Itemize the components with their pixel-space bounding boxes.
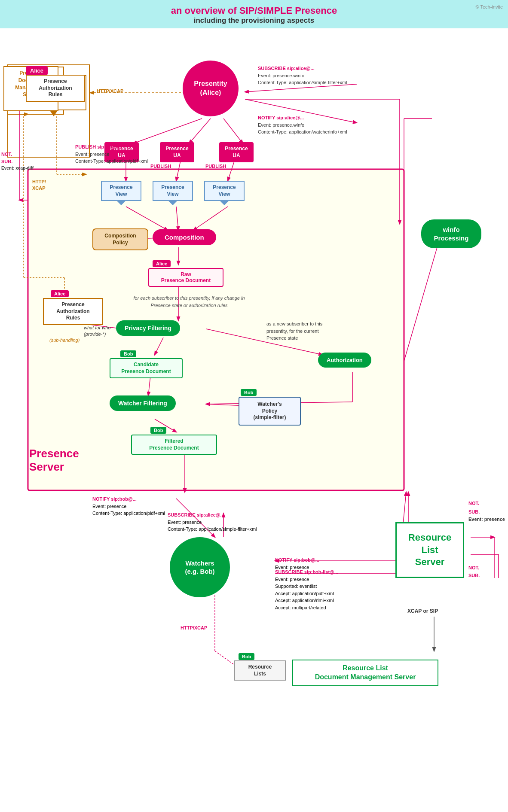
presentity-circle: Presentity (Alice): [183, 61, 239, 116]
svg-line-25: [176, 207, 178, 230]
raw-presence-box: Raw Presence Document: [148, 268, 223, 287]
bob-resource-badge: Bob: [239, 653, 254, 660]
rls-box: Resource List Server: [395, 522, 464, 578]
rldms-box: Resource List Document Management Server: [292, 660, 438, 686]
bob-candidate-badge: Bob: [120, 350, 136, 357]
alice-raw-badge: Alice: [153, 260, 171, 267]
not-bottom-rls: NOT.: [468, 565, 479, 570]
svg-line-32: [148, 376, 150, 395]
auth-rules-top: Presence Authorization Rules: [26, 75, 85, 102]
notify-winfo-line3: Content-Type: application/watcherinfo+xm…: [258, 128, 347, 136]
watcher-filtering-pill: Watcher Filtering: [110, 395, 176, 411]
for-each-note: for each subscriber to this presentity, …: [75, 295, 303, 309]
presence-ua-3: Presence UA: [219, 142, 254, 162]
svg-line-42: [404, 243, 438, 361]
publish-3-text: PUBLISH: [205, 164, 226, 169]
header: an overview of SIP/SIMPLE Presence inclu…: [0, 0, 508, 28]
subscribe-winfo-line1: SUBSCRIBE sip:alice@...: [258, 65, 347, 72]
alice-mid-badge: Alice: [51, 290, 69, 297]
sub-top-rls: SUB. Event: presence: [468, 508, 505, 523]
http-xcap-label: HTTP/XCAP: [97, 88, 123, 94]
svg-line-21: [133, 119, 202, 143]
main-area: Presence Document Management Server Alic…: [0, 28, 508, 812]
not-top-rls: NOT.: [468, 501, 479, 506]
http-xcap-bottom: HTTP/XCAP: [181, 625, 207, 630]
notify-winfo-text: NOTIFY sip:alice@... Event: presence.win…: [258, 114, 347, 136]
header-subtitle: including the provisioning aspects: [0, 16, 508, 25]
filtered-doc: Filtered Presence Document: [131, 435, 217, 455]
auth-rules-top-label: Presence Authorization Rules: [28, 78, 83, 98]
sub-handling: (sub-handling): [49, 338, 80, 343]
bob-filtered-badge: Bob: [150, 427, 166, 434]
what-for-who: what for who (provide-*): [84, 325, 110, 338]
as-new-subscriber: as a new subscriber to this presentity, …: [266, 320, 322, 342]
candidate-doc: Candidate Presence Document: [110, 358, 183, 378]
presence-view-2: Presence View: [153, 181, 193, 201]
presence-view-1: Presence View: [101, 181, 141, 201]
sub-bottom-rls: SUB.: [468, 573, 480, 578]
svg-line-23: [223, 119, 243, 143]
subscribe-alice-2-text: SUBSCRIBE sip:alice@... Event: presence …: [168, 511, 257, 533]
watchers-policy-box: Watcher's Policy (simple-filter): [239, 397, 301, 426]
xcap-or-sip: XCAP or SIP: [407, 608, 438, 614]
composition-policy: Composition Policy: [92, 228, 148, 250]
svg-line-26: [193, 207, 228, 230]
privacy-filtering-pill: Privacy Filtering: [116, 320, 180, 336]
header-title: an overview of SIP/SIMPLE Presence: [0, 5, 508, 16]
watchers-circle: Watchers (e.g. Bob): [170, 537, 230, 597]
svg-line-24: [126, 207, 168, 230]
copyright: © Tech-invite: [475, 4, 503, 9]
presence-ua-2: Presence UA: [160, 142, 194, 162]
resource-lists-box: Resource Lists: [234, 660, 286, 681]
subscribe-boblist-text: SUBSCRIBE sip:bob-list@... Event: presen…: [275, 569, 338, 611]
composition-pill: Composition: [153, 229, 216, 245]
presence-view-3: Presence View: [204, 181, 245, 201]
bob-watcher-badge: Bob: [241, 389, 257, 396]
svg-line-31: [155, 338, 163, 355]
publish-1-text: PUBLISH sip:alice@... Event: presence Co…: [75, 143, 148, 165]
presence-server-label: Presence Server: [29, 447, 79, 474]
svg-line-22: [189, 119, 211, 143]
auth-rules-mid: Presence Authorization Rules: [43, 298, 103, 325]
notify-bob-text: NOTIFY sip:bob@... Event: presence Conte…: [92, 496, 165, 517]
http-xcap-mid: HTTP/ XCAP: [32, 179, 46, 192]
presentity-label: Presentity (Alice): [194, 79, 227, 97]
authorization-pill: Authorization: [318, 353, 371, 368]
diagram-container: an overview of SIP/SIMPLE Presence inclu…: [0, 0, 508, 812]
subscribe-winfo-line2: Event: presence.winfo: [258, 72, 347, 79]
notify-winfo-line2: Event: presence.winfo: [258, 122, 347, 129]
notify-winfo-line1: NOTIFY sip:alice@...: [258, 114, 347, 122]
subscribe-winfo-line3: Content-Type: application/simple-filter+…: [258, 79, 347, 86]
not-sub-left: NOT. SUB. Event: xcap-diff: [1, 151, 34, 171]
winfo-processing: winfo Processing: [421, 219, 481, 248]
subscribe-winfo-text: SUBSCRIBE sip:alice@... Event: presence.…: [258, 65, 347, 86]
alice-top-badge: Alice: [26, 66, 48, 75]
publish-2-text: PUBLISH: [150, 164, 171, 169]
